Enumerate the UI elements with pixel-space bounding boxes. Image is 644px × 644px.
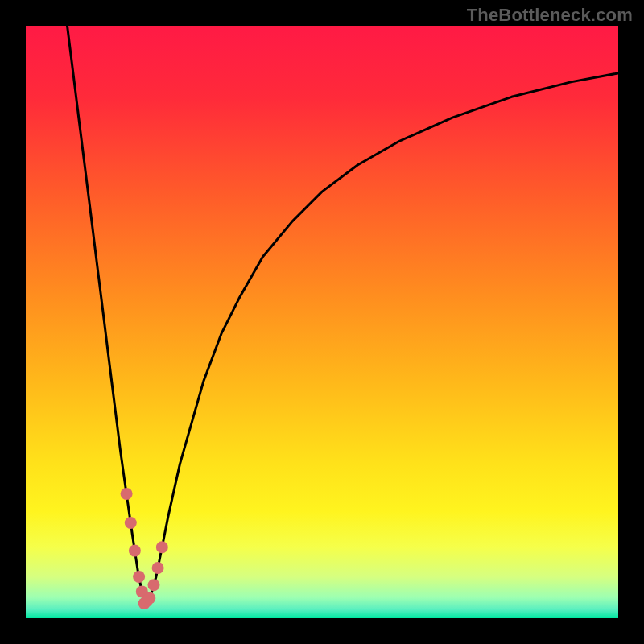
curve-bead [125, 517, 137, 529]
curve-bead [121, 488, 133, 500]
curve-bead [148, 579, 160, 591]
curve-bead [143, 592, 155, 605]
outer-frame: TheBottleneck.com [0, 0, 644, 644]
curve-bead [133, 571, 145, 583]
curve-bead [152, 562, 164, 574]
chart-svg [26, 26, 618, 618]
gradient-background [26, 26, 618, 618]
curve-bead [156, 541, 168, 553]
plot-area [26, 26, 618, 618]
curve-bead [129, 545, 141, 557]
watermark-text: TheBottleneck.com [467, 5, 633, 26]
